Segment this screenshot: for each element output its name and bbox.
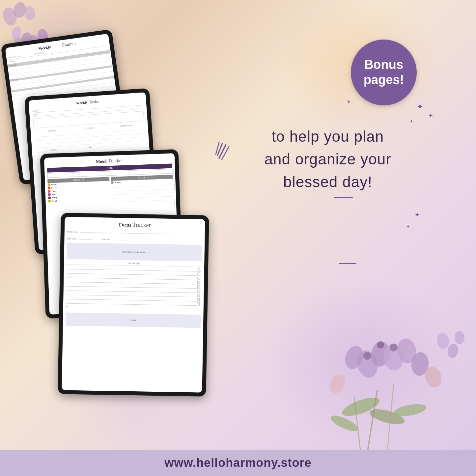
focus-cb-5: [197, 285, 200, 288]
focus-notes-box: Notes: [66, 312, 201, 328]
mood-joyful-dot: [48, 200, 51, 202]
mood-anxious-label: Anxious: [114, 181, 121, 183]
mood-main-title: Mood: [96, 158, 107, 164]
focus-main-title: Focus: [119, 222, 131, 228]
focus-end-date: End date:: [102, 235, 126, 241]
mood-happy-dot: [48, 183, 50, 186]
tablets-container: Weekly Planner Month & Year: Quote/Verse…: [10, 26, 221, 356]
tagline-line1: to help you plan: [222, 125, 433, 148]
focus-notes-label: Notes: [130, 319, 136, 322]
focus-cb-1: [198, 268, 200, 271]
mood-frustr-label: Frustr: [51, 190, 56, 192]
focus-quote-mark: ": [66, 305, 68, 310]
mood-anxious-dot: [111, 181, 113, 184]
tagline-line2: and organize your: [222, 148, 433, 171]
sparkle-5: ✦: [406, 224, 410, 230]
tagline-line3: blessed day!: [222, 171, 433, 193]
svg-point-27: [363, 352, 371, 360]
pages-text: pages!: [364, 72, 404, 88]
tagline-container: to help you plan and organize your bless…: [222, 125, 433, 193]
wt-week-label: Week:: [33, 113, 38, 116]
focus-tracker-screen: Focus Tracker Main focus: Start date: En…: [62, 217, 205, 392]
focus-start-label: Start date:: [67, 237, 76, 240]
sparkle-4: ✦: [414, 211, 420, 219]
svg-point-30: [327, 372, 348, 396]
wp-planner-label: Planner: [62, 41, 76, 48]
svg-point-28: [377, 341, 384, 349]
focus-cb-6: [197, 290, 200, 292]
bonus-badge: Bonus pages!: [351, 40, 417, 105]
sparkle-1: ✦: [417, 102, 423, 111]
svg-point-17: [329, 412, 360, 434]
focus-main-focus-field: [80, 229, 175, 234]
focus-start-field: [79, 236, 92, 240]
focus-cb-9: [197, 302, 200, 305]
website-url: www.helloharmony.store: [164, 456, 311, 470]
focus-smaller-tasks-label: Smaller tasks: [128, 262, 140, 265]
svg-point-32: [436, 332, 450, 350]
mood-emotions-col: EMOTIONS Happy Excited Frustr: [47, 177, 110, 205]
focus-end-label: End date:: [102, 238, 111, 240]
wp-week-label: Week:: [10, 60, 15, 62]
sparkle-2: ✦: [428, 112, 433, 119]
mood-notes-col: NOTES Anxious: [111, 175, 174, 203]
focus-cb-4: [197, 281, 200, 284]
wt-weekly-label: Weekly: [76, 100, 88, 105]
wt-quote-close-icon: ": [139, 113, 142, 119]
mood-frustr-dot: [48, 190, 50, 192]
focus-end-field: [113, 237, 126, 240]
mood-week-1: WEEK 1: [173, 169, 175, 175]
mood-week-2: WEEK 2: [173, 184, 175, 190]
mood-relax-dot: [48, 193, 51, 196]
bonus-text: Bonus: [364, 57, 403, 72]
svg-point-29: [390, 344, 398, 351]
mood-annoy-label: Annoy: [52, 197, 57, 199]
mood-week-3: WEEK 3: [174, 200, 176, 206]
svg-point-34: [454, 331, 465, 345]
focus-script-title: Tracker: [132, 221, 151, 229]
wt-tasks-label: Tasks: [89, 99, 98, 104]
wp-weekly-label: Weekly: [38, 45, 51, 51]
sparkle-6: ✦: [347, 99, 351, 105]
mood-script-title: Tracker: [108, 158, 123, 164]
mood-joyful-label: Joyful: [52, 200, 57, 202]
wt-month-label: Month:: [33, 110, 39, 112]
focus-title-area: Focus Tracker: [65, 217, 205, 230]
wt-quote-open-icon: ": [36, 121, 38, 126]
mood-happy-label: Happy: [51, 183, 57, 186]
focus-dates-row: Start date: End date:: [64, 234, 205, 243]
flowers-bottom-right: [295, 292, 476, 456]
mood-excited-dot: [48, 186, 50, 189]
mood-excited-label: Excited: [51, 187, 58, 189]
sparkle-3: ✦: [409, 119, 413, 124]
bottom-bar: www.helloharmony.store: [0, 450, 476, 476]
tablet-focus-tracker: Focus Tracker Main focus: Start date: En…: [58, 213, 209, 397]
focus-breakdown-label: Breakdown of main focus: [122, 250, 146, 253]
focus-cb-2: [198, 272, 200, 275]
mood-relax-label: Relax: [52, 193, 56, 195]
focus-cb-8: [197, 298, 200, 301]
focus-breakdown-box: Breakdown of main focus: [67, 242, 202, 261]
focus-cb-7: [197, 294, 200, 296]
focus-main-focus-label: Main focus:: [67, 230, 78, 233]
focus-start-date: Start date:: [67, 235, 92, 241]
mood-annoy-dot: [48, 196, 51, 199]
dash-accent-right2: [339, 260, 357, 268]
focus-cb-3: [197, 277, 200, 279]
dash-accent-right: [334, 194, 354, 202]
mood-columns: EMOTIONS Happy Excited Frustr: [47, 175, 173, 205]
